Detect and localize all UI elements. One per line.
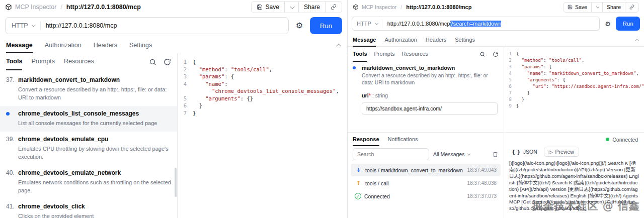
- collapse-panel-button[interactable]: [338, 38, 341, 53]
- mcp-inspector-window-right: MCP Inspector / http://127.0.0.1:8080/mc…: [347, 0, 644, 218]
- selected-dot-icon: [6, 112, 18, 116]
- method-select[interactable]: HTTP: [6, 18, 40, 34]
- tool-list-item[interactable]: 39.chrome_devtools_emulate_cpuEmulates C…: [0, 132, 177, 165]
- settings-gear-button[interactable]: ⚙: [603, 21, 613, 27]
- preview-view-button[interactable]: ▷ Preview: [544, 147, 579, 157]
- save-icon: [568, 5, 573, 10]
- copy-link-button[interactable]: [325, 2, 342, 13]
- json-view-button[interactable]: { } JSON: [509, 147, 540, 156]
- response-section: ResponseNotifications All Messages ↓tool…: [348, 132, 644, 218]
- run-button[interactable]: Run: [310, 17, 342, 34]
- line-number: 1: [178, 58, 193, 66]
- server-url-title: http://127.0.0.1:8080/mcp: [406, 4, 471, 10]
- tab-notifications[interactable]: Notifications: [388, 133, 418, 146]
- tools-list: 37.markitdown_convert_to_markdownConvert…: [0, 70, 177, 218]
- message-row[interactable]: ↑tools / call18:37:48.038: [351, 177, 501, 189]
- line-number: 2: [504, 57, 516, 64]
- selected-tool[interactable]: markitdown_convert_to_markdown Convert a…: [348, 62, 504, 86]
- share-button[interactable]: Share: [602, 3, 625, 12]
- code-line: 6 }: [178, 102, 347, 110]
- run-button[interactable]: Run: [616, 17, 640, 31]
- code-line: 1{: [178, 58, 347, 66]
- save-button[interactable]: Save: [252, 2, 284, 13]
- line-number: 4: [504, 70, 516, 77]
- tool-list-item[interactable]: 41.chrome_devtools_clickClicks on the pr…: [0, 199, 177, 218]
- save-label: Save: [575, 4, 587, 10]
- save-menu-button[interactable]: [591, 3, 602, 12]
- json-code-editor[interactable]: 1{2 "method": "tools/call",3 "params": {…: [504, 47, 644, 132]
- scrollbar-thumb[interactable]: [175, 168, 177, 197]
- code-text: "params": {: [516, 64, 551, 70]
- line-number: 8: [504, 96, 516, 103]
- code-line: 4 "name": "markitdown_convert_to_markdow…: [504, 70, 644, 77]
- tool-list-item[interactable]: 40.chrome_devtools_emulate_networkEmulat…: [0, 165, 177, 199]
- share-button[interactable]: Share: [298, 2, 325, 13]
- url-input[interactable]: http://127.0.0.1:8080/mcp?search=markitd…: [382, 21, 599, 27]
- code-text: "name": "markitdown_convert_to_markdown"…: [516, 70, 639, 77]
- message-filter-dropdown[interactable]: All Messages: [433, 151, 469, 157]
- tool-description: Clicks on the provided element: [18, 212, 171, 218]
- message-row[interactable]: ✓Connected18:37:37.073: [351, 190, 501, 202]
- message-row[interactable]: ↓tools / markitdown_convert_to_markdown1…: [351, 164, 501, 176]
- request-builder-section: ToolsPromptsResources markitdown_convert…: [348, 47, 644, 132]
- method-select[interactable]: HTTP: [352, 17, 382, 30]
- search-tools-button[interactable]: [479, 51, 486, 57]
- code-text: }: [193, 102, 202, 110]
- field-name: uri: [362, 92, 369, 98]
- refresh-tools-button[interactable]: [493, 51, 499, 57]
- save-menu-button[interactable]: [284, 2, 298, 13]
- tab-headers[interactable]: Headers: [426, 34, 447, 47]
- tab-response[interactable]: Response: [353, 133, 379, 146]
- tab-authorization[interactable]: Authorization: [384, 34, 417, 47]
- tab-message[interactable]: Message: [6, 38, 33, 53]
- settings-gear-button[interactable]: ⚙: [293, 22, 306, 30]
- link-icon: [331, 4, 337, 10]
- code-text: "params": {: [193, 73, 234, 80]
- field-label: uri*: string: [362, 90, 498, 99]
- response-viewer: Connected { } JSON ▷ Preview [![logo](/a…: [504, 133, 644, 218]
- method-label: HTTP: [12, 22, 28, 29]
- code-line: "chrome_devtools_list_console_messages",: [178, 87, 347, 95]
- search-icon: [479, 51, 486, 57]
- tab-authorization[interactable]: Authorization: [45, 38, 82, 53]
- connection-status-label: Connected: [612, 137, 638, 143]
- chevron-down-icon: [467, 152, 471, 155]
- topbar-actions: Save Share: [563, 2, 639, 13]
- json-code-editor[interactable]: 1{2 "method": "tools/call",3 "params": {…: [178, 53, 347, 218]
- refresh-tools-button[interactable]: [164, 58, 171, 66]
- message-search-input[interactable]: [353, 148, 429, 160]
- code-text: "arguments": {}: [193, 95, 253, 102]
- url-input[interactable]: http://127.0.0.1:8080/mcp: [41, 22, 288, 29]
- chevron-down-icon: [375, 21, 378, 25]
- tab-headers[interactable]: Headers: [94, 38, 117, 53]
- tab-message[interactable]: Message: [353, 34, 376, 47]
- subtab-resources[interactable]: Resources: [401, 47, 428, 62]
- subtab-tools[interactable]: Tools: [353, 47, 367, 62]
- search-tools-button[interactable]: [149, 58, 156, 66]
- uri-input[interactable]: [362, 102, 498, 115]
- clear-messages-button[interactable]: [492, 151, 499, 158]
- code-line: 7}: [178, 110, 347, 117]
- code-text: }: [193, 110, 196, 117]
- app-logo-icon: [5, 4, 12, 11]
- chevron-down-icon: [32, 23, 35, 27]
- braces-icon: { }: [512, 149, 521, 155]
- tab-settings[interactable]: Settings: [129, 38, 152, 53]
- tool-list-item[interactable]: chrome_devtools_list_console_messagesLis…: [0, 106, 177, 132]
- message-label: tools / call: [365, 180, 464, 186]
- subtab-tools[interactable]: Tools: [6, 53, 22, 70]
- copy-link-button[interactable]: [625, 3, 638, 12]
- tool-list-item[interactable]: 37.markitdown_convert_to_markdownConvert…: [0, 72, 177, 106]
- method-label: HTTP: [357, 21, 371, 27]
- subtab-prompts[interactable]: Prompts: [31, 53, 55, 70]
- save-button[interactable]: Save: [564, 3, 591, 12]
- line-number: 5: [504, 77, 516, 83]
- line-number: 3: [178, 73, 193, 80]
- chevron-up-icon: [336, 44, 341, 49]
- tab-settings[interactable]: Settings: [455, 34, 475, 47]
- line-number: 5: [178, 95, 193, 102]
- subtab-resources[interactable]: Resources: [64, 53, 94, 70]
- server-url-title: http://127.0.0.1:8080/mcp: [66, 4, 141, 11]
- subtab-prompts[interactable]: Prompts: [374, 47, 395, 62]
- collapse-panel-button[interactable]: [636, 34, 639, 46]
